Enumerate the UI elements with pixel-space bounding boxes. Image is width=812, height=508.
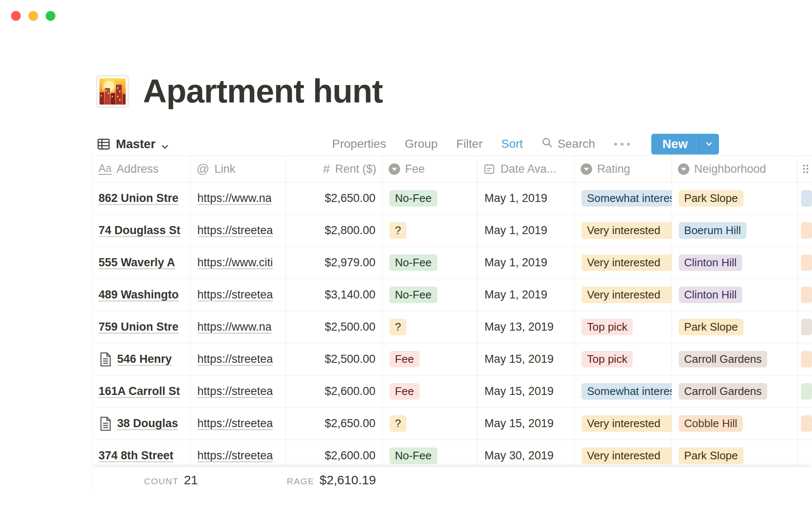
window-minimize-button[interactable] [28, 11, 38, 21]
cell-neighborhood[interactable]: Clinton Hill [672, 279, 798, 311]
table-row[interactable]: 374 8th Streethttps://streetea$2,600.00N… [92, 440, 812, 467]
cell-address[interactable]: 759 Union Stre [93, 311, 191, 343]
new-button-chevron-down-icon[interactable] [699, 134, 719, 155]
cell-overflow[interactable] [798, 440, 812, 467]
cell-rating[interactable]: Very interested [575, 408, 672, 439]
cell-neighborhood[interactable]: Park Slope [672, 440, 798, 467]
cell-fee[interactable]: Fee [383, 375, 478, 407]
column-header-address[interactable]: AaAddress [93, 156, 191, 182]
cell-rating[interactable]: Top pick [575, 343, 672, 375]
cell-rating[interactable]: Very interested [575, 440, 672, 467]
cell-overflow[interactable] [798, 343, 812, 375]
cell-fee[interactable]: ? [383, 408, 478, 439]
cell-overflow[interactable] [798, 279, 812, 311]
cell-rent[interactable]: $2,500.00 [286, 311, 383, 343]
cell-overflow[interactable] [798, 375, 812, 407]
cell-date-available[interactable]: May 15, 2019 [477, 343, 575, 375]
cell-date-available[interactable]: May 15, 2019 [477, 408, 575, 439]
cell-fee[interactable]: No-Fee [383, 247, 478, 279]
new-button[interactable]: New [651, 134, 719, 155]
table-row[interactable]: 862 Union Strehttps://www.na$2,650.00No-… [92, 182, 812, 215]
cell-rent[interactable]: $2,800.00 [286, 215, 383, 246]
table-row[interactable]: 161A Carroll Sthttps://streetea$2,600.00… [92, 375, 812, 408]
cell-date-available[interactable]: May 13, 2019 [477, 311, 575, 343]
cell-rent[interactable]: $2,650.00 [286, 182, 383, 214]
cell-date-available[interactable]: May 1, 2019 [477, 279, 575, 311]
cell-overflow[interactable] [798, 311, 812, 343]
cell-address[interactable]: 555 Waverly A [93, 247, 191, 279]
cell-neighborhood[interactable]: Cobble Hill [672, 408, 798, 439]
cell-neighborhood[interactable]: Carroll Gardens [672, 343, 798, 375]
toolbar-item-group[interactable]: Group [405, 137, 438, 151]
cell-address[interactable]: 74 Douglass St [93, 215, 191, 246]
cell-rent[interactable]: $3,140.00 [286, 279, 383, 311]
column-header-rent[interactable]: #Rent ($) [286, 156, 383, 182]
column-header-date-available[interactable]: Date Ava... [477, 156, 575, 182]
cell-fee[interactable]: ? [383, 311, 478, 343]
cell-address[interactable]: 38 Douglas [93, 408, 191, 439]
more-options-button[interactable]: ••• [614, 138, 633, 151]
table-row[interactable]: 759 Union Strehttps://www.na$2,500.00?Ma… [92, 311, 812, 343]
cell-fee[interactable]: No-Fee [383, 182, 478, 214]
cell-rent[interactable]: $2,600.00 [286, 375, 383, 407]
new-button-label[interactable]: New [651, 134, 699, 155]
cell-rating[interactable]: Somewhat interested [575, 375, 672, 407]
cell-overflow[interactable] [798, 408, 812, 439]
cell-date-available[interactable]: May 30, 2019 [477, 440, 575, 467]
table-row[interactable]: 546 Henryhttps://streetea$2,500.00FeeMay… [92, 343, 812, 375]
cell-neighborhood[interactable]: Park Slope [672, 182, 798, 214]
cell-overflow[interactable] [798, 247, 812, 279]
cell-rating[interactable]: Top pick [575, 311, 672, 343]
footer-count-cell[interactable]: COUNT 21 [92, 473, 198, 487]
cell-fee[interactable]: No-Fee [383, 440, 478, 467]
cell-neighborhood[interactable]: Park Slope [672, 311, 798, 343]
column-header-fee[interactable]: Fee [383, 156, 478, 182]
cell-rating[interactable]: Very interested [575, 247, 672, 279]
table-row[interactable]: 38 Douglashttps://streetea$2,650.00?May … [92, 408, 812, 440]
cell-date-available[interactable]: May 15, 2019 [477, 375, 575, 407]
cell-overflow[interactable] [798, 215, 812, 246]
cell-address[interactable]: 862 Union Stre [93, 182, 191, 214]
cell-link[interactable]: https://streetea [191, 279, 286, 311]
cell-link[interactable]: https://www.na [191, 182, 286, 214]
cell-link[interactable]: https://www.citi [191, 247, 286, 279]
window-zoom-button[interactable] [46, 11, 55, 21]
cell-link[interactable]: https://streetea [191, 440, 286, 467]
cell-rating[interactable]: Very interested [575, 279, 672, 311]
cell-fee[interactable]: ? [383, 215, 478, 246]
cell-rent[interactable]: $2,650.00 [286, 408, 383, 439]
cell-address[interactable]: 161A Carroll St [93, 375, 191, 407]
window-close-button[interactable] [11, 11, 21, 21]
cell-rent[interactable]: $2,500.00 [286, 343, 383, 375]
cell-address[interactable]: 489 Washingto [93, 279, 191, 311]
cell-address[interactable]: 374 8th Street [93, 440, 191, 467]
cell-neighborhood[interactable]: Boerum Hill [672, 215, 798, 246]
toolbar-item-filter[interactable]: Filter [456, 137, 483, 151]
footer-average-cell[interactable]: RAGE $2,610.19 [286, 473, 376, 487]
cell-neighborhood[interactable]: Carroll Gardens [672, 375, 798, 407]
column-header-more[interactable] [798, 156, 812, 182]
column-header-link[interactable]: @Link [191, 156, 286, 182]
toolbar-item-properties[interactable]: Properties [332, 137, 386, 151]
search-button[interactable]: Search [541, 137, 595, 152]
cell-link[interactable]: https://streetea [191, 215, 286, 246]
column-header-rating[interactable]: Rating [575, 156, 672, 182]
toolbar-item-sort[interactable]: Sort [501, 137, 523, 151]
cell-link[interactable]: https://streetea [191, 375, 286, 407]
cell-rating[interactable]: Somewhat interested [575, 182, 672, 214]
cell-rent[interactable]: $2,979.00 [286, 247, 383, 279]
view-switcher[interactable]: Master [97, 136, 168, 152]
cell-date-available[interactable]: May 1, 2019 [477, 247, 575, 279]
cell-rent[interactable]: $2,600.00 [286, 440, 383, 467]
cell-link[interactable]: https://streetea [191, 343, 286, 375]
cell-overflow[interactable] [798, 182, 812, 214]
cell-fee[interactable]: Fee [383, 343, 478, 375]
cell-date-available[interactable]: May 1, 2019 [477, 215, 575, 246]
cell-rating[interactable]: Very interested [575, 215, 672, 246]
cell-link[interactable]: https://www.na [191, 311, 286, 343]
table-row[interactable]: 555 Waverly Ahttps://www.citi$2,979.00No… [92, 247, 812, 279]
table-row[interactable]: 489 Washingtohttps://streetea$3,140.00No… [92, 279, 812, 311]
cell-link[interactable]: https://streetea [191, 408, 286, 439]
table-row[interactable]: 74 Douglass Sthttps://streetea$2,800.00?… [92, 215, 812, 247]
cell-address[interactable]: 546 Henry [93, 343, 191, 375]
